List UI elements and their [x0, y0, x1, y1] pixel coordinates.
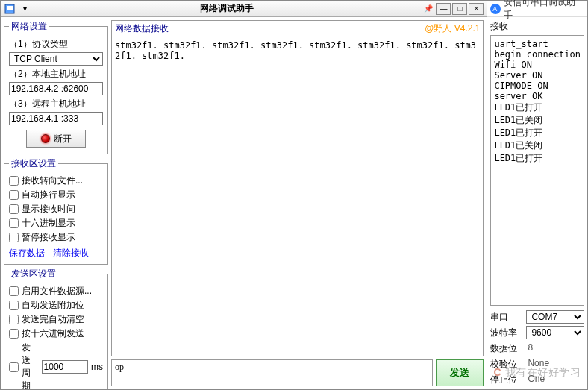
close-button[interactable]: × — [469, 3, 484, 15]
period-unit: ms — [91, 362, 103, 372]
chk-recv-to-file[interactable] — [9, 176, 19, 186]
net-settings-group: 网络设置 （1）协议类型 TCP Client （2）本地主机地址 （3）远程主… — [4, 20, 108, 154]
chk-auto-clear[interactable] — [9, 315, 19, 324]
protocol-select[interactable]: TCP Client — [9, 52, 103, 66]
chk-file-source[interactable] — [9, 286, 19, 296]
port-label: 串口 — [490, 311, 522, 324]
brand-label: @野人 V4.2.1 — [425, 22, 480, 35]
chk-send-hex[interactable] — [9, 329, 19, 339]
localhost-label: （2）本地主机地址 — [9, 68, 103, 81]
record-icon — [41, 134, 50, 143]
parity-value: None — [526, 357, 584, 371]
localhost-input[interactable] — [9, 82, 103, 95]
stopbits-value: One — [526, 373, 584, 386]
recv-settings-legend: 接收区设置 — [9, 157, 58, 170]
parity-label: 校验位 — [490, 358, 522, 371]
recv-settings-group: 接收区设置 接收转向文件... 自动换行显示 显示接收时间 十六进制显示 暂停接… — [4, 157, 108, 265]
chk-auto-wrap[interactable] — [9, 190, 19, 200]
minimize-button[interactable]: — — [436, 3, 451, 15]
serial-settings: 串口 COM7 波特率 9600 数据位 8 校验位 None 停止位 One — [490, 310, 584, 386]
titlebar: ▾ 网络调试助手 📌 — □ × — [1, 1, 487, 17]
chk-hex-display[interactable] — [9, 218, 19, 228]
link-clear-recv[interactable]: 清除接收 — [53, 248, 89, 258]
baud-label: 波特率 — [490, 327, 522, 339]
databits-value: 8 — [526, 342, 584, 355]
svg-rect-1 — [7, 6, 13, 10]
right-recv-label: 接收 — [490, 20, 584, 33]
app-icon — [4, 3, 16, 15]
serial-assistant-window: AI 安信可串口调试助手 接收 uart_start begin connect… — [487, 0, 588, 390]
recv-textarea[interactable]: stm32f1. stm32f1. stm32f1. stm32f1. stm3… — [111, 37, 484, 356]
stopbits-label: 停止位 — [490, 374, 522, 386]
chk-show-time[interactable] — [9, 204, 19, 214]
remote-label: （3）远程主机地址 — [9, 98, 103, 110]
window-title: 网络调试助手 — [31, 2, 422, 15]
baud-select[interactable]: 9600 — [526, 326, 584, 339]
send-button[interactable]: 发送 — [436, 359, 484, 386]
dropdown-icon[interactable]: ▾ — [19, 3, 31, 15]
pin-icon[interactable]: 📌 — [422, 3, 434, 15]
send-settings-legend: 发送区设置 — [9, 268, 58, 280]
right-titlebar: AI 安信可串口调试助手 — [487, 1, 587, 17]
send-settings-group: 发送区设置 启用文件数据源... 自动发送附加位 发送完自动清空 按十六进制发送… — [4, 268, 108, 389]
recv-header-label: 网络数据接收 — [115, 22, 169, 35]
databits-label: 数据位 — [490, 342, 522, 355]
chk-send-period[interactable] — [9, 362, 19, 372]
link-save-data[interactable]: 保存数据 — [9, 248, 45, 258]
disconnect-label: 断开 — [54, 133, 72, 145]
maximize-button[interactable]: □ — [452, 3, 467, 15]
chk-auto-append[interactable] — [9, 301, 19, 310]
net-settings-legend: 网络设置 — [9, 20, 49, 33]
disconnect-button[interactable]: 断开 — [26, 130, 86, 148]
send-input[interactable] — [111, 359, 433, 386]
recv-header: 网络数据接收 @野人 V4.2.1 — [111, 20, 484, 37]
serial-app-icon: AI — [490, 4, 501, 14]
period-label: 发送周期 — [22, 342, 39, 389]
protocol-label: （1）协议类型 — [9, 38, 103, 51]
net-assistant-window: ▾ 网络调试助手 📌 — □ × 网络设置 （1）协议类型 TCP Client… — [0, 0, 487, 390]
remote-input[interactable] — [9, 112, 103, 125]
chk-pause-recv[interactable] — [9, 233, 19, 242]
period-input[interactable] — [42, 360, 88, 374]
port-select[interactable]: COM7 — [526, 310, 584, 324]
serial-log[interactable]: uart_start begin connection Wifi ON Serv… — [490, 35, 584, 306]
